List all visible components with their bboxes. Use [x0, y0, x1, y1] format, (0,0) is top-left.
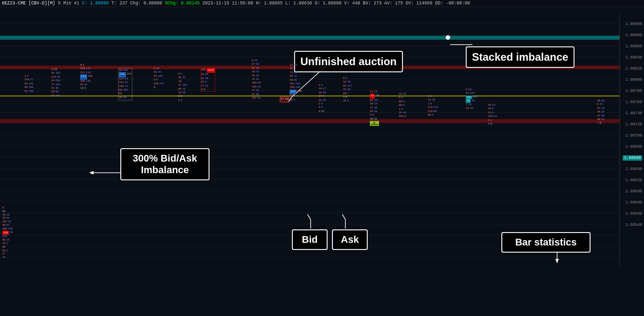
datetime-label: 2023-11-15 11:50:00 H:: [202, 1, 261, 6]
fp-col-12: 05 5270 82127 2726 807 10 210: [343, 77, 352, 103]
high-label: 1.08665: [264, 1, 283, 6]
bv-label: BV:: [363, 1, 371, 6]
bv-val: 273: [373, 1, 381, 6]
av-label: AV:: [384, 1, 392, 6]
price-1.08760: 1.08760: [625, 100, 642, 104]
stacked-imbalance-annotation: Stacked imbalance: [466, 46, 574, 68]
price-labels-left: [0, 14, 2, 266]
price-1.08640: 1.08640: [625, 167, 642, 171]
fp-col-last: 1810 815 5378 4622 3730 4642 70: [597, 99, 604, 125]
fp-col-9: 926 2732 8740 1015 4126 7241 16990 10643…: [252, 59, 261, 100]
volume-label-txt: V:: [344, 1, 349, 6]
price-1.08580: 1.08580: [625, 200, 642, 205]
open-val: 1.08660: [323, 1, 341, 6]
low-val: 1.08630: [293, 1, 312, 6]
price-1.08860: 1.08860: [625, 44, 642, 49]
price-1.08900: 1.08900: [625, 22, 642, 26]
price-axis: 1.08900 1.08880 1.08860 1.08840 1.08820 …: [619, 14, 644, 266]
price-1.08880: 1.08880: [625, 33, 642, 37]
dd-val: -00:00:00: [446, 1, 470, 6]
bid-ask-imbalance-annotation: 300% Bid/AskImbalance: [120, 148, 209, 180]
bid-annotation: Bid: [292, 229, 328, 250]
fp-col-3: 123 52152 13165 44200 77115 5140 2859 27…: [51, 68, 60, 98]
close-label: C: 1.08660: [82, 1, 109, 6]
ask-annotation: Ask: [332, 229, 368, 250]
unfinished-auction-annotation: Unfinished auction: [294, 51, 403, 72]
fp-col-5: 28369 316294 11426 31121 12874 80108 91 …: [118, 68, 132, 100]
bar-num-label: #1: [74, 1, 79, 6]
low-label-txt: L:: [285, 1, 291, 6]
chart-area: 950 7919 1931 10233 4967 189140 15838 12…: [0, 14, 644, 266]
price-1.08540: 1.08540: [625, 223, 642, 227]
price-1.08620: 1.08620: [625, 178, 642, 183]
bar-statistics-annotation: Bar statistics: [501, 232, 591, 253]
dv-label: DV:: [406, 1, 414, 6]
fp-col-7: 04 4142 10 47162 9572 4228 60 20: [178, 72, 187, 102]
fp-col-16: 213 11102 10764 4916 723 2310: [466, 88, 476, 110]
price-1.08600: 1.08600: [625, 189, 642, 194]
fp-col-4: 01 209175 121114 210180 199148 6331 120: [80, 63, 93, 91]
fp-col-1: 950 7919 1931 10233 4967 189140 15838 12…: [2, 206, 13, 259]
dv-val: 114669: [416, 1, 432, 6]
ticks-label: T: 237: [111, 1, 127, 6]
fp-col-11: 14 4437 1950 279 3145 24 24 412: [319, 83, 326, 113]
top-bar: 6EZ23-CME [CBV-D][M] 5 Min #1 C: 1.08660…: [0, 0, 644, 7]
price-1.08700: 1.08700: [625, 133, 642, 138]
price-1.08560: 1.08560: [625, 212, 642, 216]
price-1.08720: 1.08720: [625, 122, 642, 127]
price-1.08680: 1.08680: [625, 145, 642, 149]
price-1.08740: 1.08740: [625, 111, 642, 116]
price-1.08780: 1.08780: [625, 89, 642, 93]
open-label-txt: O:: [315, 1, 320, 6]
dd-label: DD:: [435, 1, 443, 6]
footprint-chart: 950 7919 1931 10233 4967 189140 15838 12…: [0, 14, 619, 266]
fp-col-17: 5624 448 136 13963 31 20: [488, 104, 497, 126]
fp-col-13: 1113 5270 82127 3934 2726 2640 40 3832 4…: [370, 90, 379, 126]
price-1.08840: 1.08840: [625, 55, 642, 60]
fp-col-6: 020 8165 54145 38 120147 6: [154, 67, 164, 89]
price-1.08820: 1.08820: [625, 67, 642, 71]
change-label: Chg: 0.00000: [130, 1, 162, 6]
price-1.08800: 1.08800: [625, 78, 642, 82]
fp-col-imbalance: 5749: [280, 97, 289, 102]
av-val: 175: [395, 1, 403, 6]
volume-val: 448: [352, 1, 360, 6]
pct-change-label: %Chg: 0.00145: [165, 1, 200, 6]
fp-col-14: 1526 32 606 686 10 2246 9609: [399, 92, 406, 119]
timeframe-label: 5 Min: [58, 1, 71, 6]
fp-col-2: 16 15477 84131 60106 51136: [25, 75, 33, 93]
fp-col-15: 01 1229 10 174115 12988 800: [428, 95, 439, 117]
symbol-label: 6EZ23-CME [CBV-D][M]: [2, 1, 55, 6]
fp-col-10: 1248 279 7383 6511 4091 101153 199105 36…: [290, 63, 302, 102]
fp-col-8: 1058125 2393 3150 220 7722 10: [201, 68, 215, 92]
price-1.08660-current: 1.08660: [623, 155, 642, 161]
